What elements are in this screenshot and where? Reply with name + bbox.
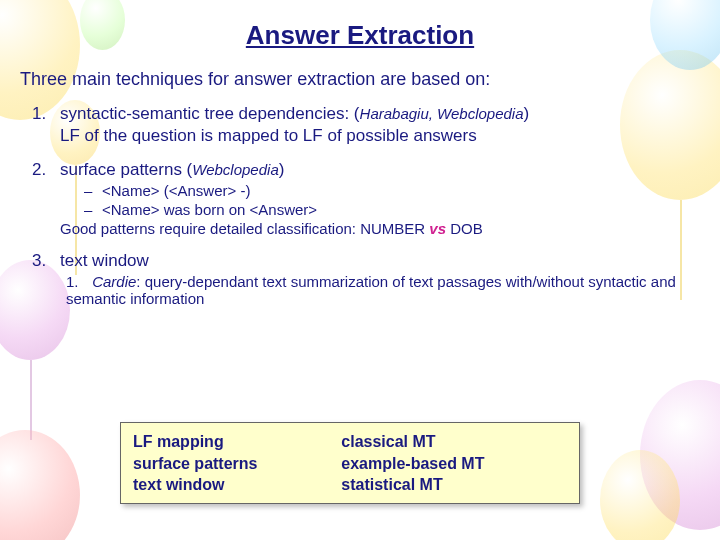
slide-content: Answer Extraction Three main techniques … (0, 0, 720, 331)
good-vs: vs (429, 220, 446, 237)
good-post: DOB (450, 220, 483, 237)
pattern2-text: <Name> was born on <Answer> (102, 201, 317, 218)
technique-item-2: surface patterns (Webclopedia) –<Name> (… (60, 160, 700, 237)
box-right-col: classical MT example-based MT statistica… (341, 431, 567, 495)
item2-good: Good patterns require detailed classific… (60, 220, 700, 237)
item2-head: surface patterns ( (60, 160, 192, 179)
sub-number: 1. (66, 273, 88, 290)
item1-ital: Harabagiu, Webclopedia (360, 105, 524, 122)
technique-item-3: text window 1. Cardie: query-dependant t… (60, 251, 700, 307)
item1-tail: ) (524, 104, 530, 123)
box-left-col: LF mapping surface patterns text window (133, 431, 341, 495)
slide-title: Answer Extraction (20, 20, 700, 51)
item2-tail: ) (279, 160, 285, 179)
item2-pattern-1: –<Name> (<Answer> -) (60, 182, 700, 199)
item2-ital: Webclopedia (192, 161, 278, 178)
item1-desc: LF of the question is mapped to LF of po… (60, 126, 700, 146)
pattern1-text: <Name> (<Answer> -) (102, 182, 250, 199)
box-r1: classical MT (341, 431, 567, 453)
box-l1: LF mapping (133, 431, 341, 453)
intro-text: Three main techniques for answer extract… (20, 69, 700, 90)
box-r2: example-based MT (341, 453, 567, 475)
box-l2: surface patterns (133, 453, 341, 475)
technique-list: syntactic-semantic tree dependencies: (H… (20, 104, 700, 307)
sub-text: : query-dependant text summarization of … (66, 273, 676, 307)
item3-sub: 1. Cardie: query-dependant text summariz… (60, 273, 700, 307)
item2-pattern-2: –<Name> was born on <Answer> (60, 201, 700, 218)
box-l3: text window (133, 474, 341, 496)
item3-head: text window (60, 251, 149, 270)
sub-name: Cardie (92, 273, 136, 290)
item1-head: syntactic-semantic tree dependencies: ( (60, 104, 360, 123)
summary-box: LF mapping surface patterns text window … (120, 422, 580, 504)
good-pre: Good patterns require detailed classific… (60, 220, 429, 237)
technique-item-1: syntactic-semantic tree dependencies: (H… (60, 104, 700, 146)
box-r3: statistical MT (341, 474, 567, 496)
